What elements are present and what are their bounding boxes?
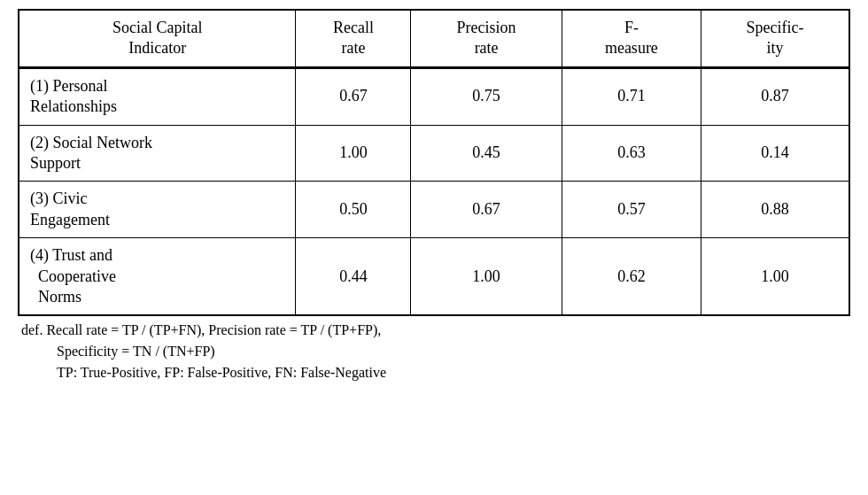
cell-precision-2: 0.45 xyxy=(411,125,562,182)
footnote-line-2: Specificity = TN / (TN+FP) xyxy=(21,341,850,362)
metrics-table: Social Capital Indicator Recall rate Pre… xyxy=(18,9,850,316)
cell-indicator-3: (3) Civic Engagement xyxy=(19,182,296,238)
table-header-row: Social Capital Indicator Recall rate Pre… xyxy=(19,10,849,67)
cell-recall-1: 0.67 xyxy=(296,67,411,125)
cell-specificity-2: 0.14 xyxy=(701,125,849,182)
header-recall: Recall rate xyxy=(296,10,411,67)
cell-fmeasure-3: 0.57 xyxy=(562,182,701,238)
table-row: (2) Social Network Support 1.00 0.45 0.6… xyxy=(19,125,849,182)
cell-specificity-1: 0.87 xyxy=(701,67,849,125)
header-specificity: Specific- ity xyxy=(701,10,849,67)
footnote-section: def. Recall rate = TP / (TP+FN), Precisi… xyxy=(18,320,850,383)
cell-precision-4: 1.00 xyxy=(411,238,562,316)
table-row: (4) Trust and Cooperative Norms 0.44 1.0… xyxy=(19,238,849,316)
table-container: Social Capital Indicator Recall rate Pre… xyxy=(18,9,850,383)
table-row: (3) Civic Engagement 0.50 0.67 0.57 0.88 xyxy=(19,182,849,238)
cell-fmeasure-2: 0.63 xyxy=(562,125,701,182)
cell-fmeasure-4: 0.62 xyxy=(562,238,701,316)
table-row: (1) Personal Relationships 0.67 0.75 0.7… xyxy=(19,67,849,125)
header-fmeasure: F- measure xyxy=(562,10,701,67)
cell-fmeasure-1: 0.71 xyxy=(562,67,701,125)
cell-indicator-1: (1) Personal Relationships xyxy=(19,67,296,125)
cell-recall-3: 0.50 xyxy=(296,182,411,238)
footnote-line-3: TP: True-Positive, FP: False-Positive, F… xyxy=(21,362,850,383)
cell-specificity-4: 1.00 xyxy=(701,238,849,316)
cell-precision-3: 0.67 xyxy=(411,182,562,238)
cell-precision-1: 0.75 xyxy=(411,67,562,125)
cell-indicator-4: (4) Trust and Cooperative Norms xyxy=(19,238,296,316)
footnote-line-1: def. Recall rate = TP / (TP+FN), Precisi… xyxy=(21,322,381,337)
header-precision: Precision rate xyxy=(411,10,562,67)
header-indicator: Social Capital Indicator xyxy=(19,10,296,67)
cell-recall-4: 0.44 xyxy=(296,238,411,316)
cell-specificity-3: 0.88 xyxy=(701,182,849,238)
cell-indicator-2: (2) Social Network Support xyxy=(19,125,296,182)
cell-recall-2: 1.00 xyxy=(296,125,411,182)
